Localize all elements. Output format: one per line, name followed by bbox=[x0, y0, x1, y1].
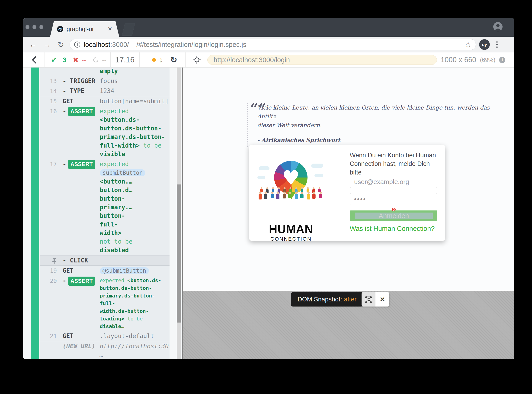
human-connection-logo: ♥ HUMAN CONNECTION bbox=[257, 159, 325, 207]
snapshot-state: after bbox=[344, 296, 356, 303]
person-icon bbox=[270, 192, 274, 198]
login-card: ♥ HUMAN CONNECTION Wenn Du ein Konto bei… bbox=[249, 145, 445, 241]
log-row-message: expected <button.ds- button.ds-button- p… bbox=[100, 107, 169, 158]
log-row-method: - TYPE bbox=[63, 87, 100, 95]
log-row-number: 17 bbox=[40, 160, 63, 254]
submit-button-highlight: Anmelden bbox=[355, 213, 433, 219]
log-row-method: GET bbox=[63, 332, 100, 340]
log-row[interactable]: 15GETbutton[name=submit] bbox=[40, 96, 169, 106]
snapshot-close-button[interactable]: ✕ bbox=[375, 292, 389, 306]
log-row[interactable]: 20-ASSERTexpected <button.ds- button.ds-… bbox=[40, 276, 169, 331]
viewport-scale: (69%) bbox=[480, 57, 495, 63]
forward-icon[interactable]: → bbox=[44, 37, 51, 52]
log-row-message: expected <button.ds- button.ds-button- p… bbox=[100, 277, 169, 330]
log-row-message bbox=[100, 256, 169, 265]
screenshot-canvas: cy graphql-ui ✕ ← → ↻ localhost:3000/__/… bbox=[0, 0, 532, 394]
alias-pill: submitButton bbox=[100, 169, 145, 176]
log-row[interactable]: 16-ASSERTexpected <button.ds- button.ds-… bbox=[40, 106, 169, 159]
quote-mark-icon: ““ bbox=[250, 104, 266, 113]
log-row[interactable]: 17-ASSERTexpected submitButton <button.…… bbox=[40, 159, 169, 255]
log-row-method: - CLICK bbox=[63, 256, 100, 265]
cypress-extension-icon[interactable]: cy bbox=[479, 39, 490, 50]
assert-badge: ASSERT bbox=[68, 277, 95, 286]
log-row-number bbox=[40, 256, 63, 265]
log-row-method: -ASSERT bbox=[63, 107, 100, 158]
log-row[interactable]: (NEW URL)http://localhost:30… bbox=[40, 341, 169, 359]
log-row-method: (NEW URL) bbox=[63, 342, 100, 359]
selector-playground-button[interactable] bbox=[193, 52, 201, 67]
toolbar-separator bbox=[45, 52, 45, 67]
log-row-method: GET bbox=[63, 266, 100, 275]
person-icon bbox=[264, 192, 267, 199]
command-log-panel: empty13- TRIGGERfocus14- TYPE123415GETbu… bbox=[23, 67, 182, 359]
person-icon bbox=[276, 192, 279, 199]
page-info-icon[interactable] bbox=[74, 41, 81, 48]
minimize-window-button[interactable] bbox=[32, 25, 36, 29]
cloud-icon bbox=[257, 176, 265, 179]
assert-badge: ASSERT bbox=[68, 107, 95, 116]
person-icon bbox=[288, 192, 291, 198]
log-row-number: 19 bbox=[40, 266, 63, 275]
tab-close-icon[interactable]: ✕ bbox=[107, 26, 112, 32]
bookmark-star-icon[interactable]: ☆ bbox=[465, 40, 471, 49]
browser-chrome-bar: cy graphql-ui ✕ bbox=[23, 18, 514, 37]
submit-button[interactable]: Anmelden bbox=[350, 210, 437, 221]
log-row[interactable]: 14- TYPE1234 bbox=[40, 86, 169, 96]
brand-name-top: HUMAN bbox=[257, 223, 325, 236]
autoscroll-indicator-icon[interactable] bbox=[152, 52, 156, 67]
log-scrollbar-track[interactable] bbox=[177, 67, 181, 359]
alias-pill: @submitButton bbox=[100, 267, 149, 274]
failed-x-icon: ✖ bbox=[73, 52, 79, 67]
address-bar[interactable]: localhost:3000/__/#/tests/integration/lo… bbox=[70, 39, 476, 50]
log-row-message: @submitButton bbox=[100, 266, 169, 275]
log-row-message: expected submitButton <button.… button.d… bbox=[100, 160, 169, 254]
log-row[interactable]: 19GET@submitButton bbox=[40, 266, 169, 276]
new-tab-button[interactable] bbox=[122, 23, 135, 36]
log-row-method: GET bbox=[63, 97, 100, 106]
brand-name-bottom: CONNECTION bbox=[257, 236, 325, 242]
crosshair-icon bbox=[193, 56, 201, 64]
log-row-number: 16 bbox=[40, 107, 63, 158]
log-row-message: http://localhost:30… bbox=[100, 342, 169, 359]
app-url-field[interactable]: http://localhost:3000/login bbox=[207, 55, 437, 65]
log-row-number: 20 bbox=[40, 277, 63, 330]
log-row-number: 15 bbox=[40, 97, 63, 106]
restart-tests-icon[interactable]: ↻ bbox=[170, 52, 177, 67]
browser-tab[interactable]: cy graphql-ui ✕ bbox=[50, 21, 119, 37]
pin-icon bbox=[52, 258, 57, 264]
traffic-lights[interactable] bbox=[26, 25, 43, 29]
snapshot-highlight-toggle-button[interactable] bbox=[362, 292, 375, 306]
viewport-size: 1000 x 660 bbox=[441, 56, 476, 64]
what-is-link[interactable]: Was ist Human Connection? bbox=[350, 225, 435, 233]
log-scrollbar-thumb[interactable] bbox=[177, 184, 181, 322]
dom-snapshot-label: DOM Snapshot: after bbox=[291, 292, 363, 306]
command-log-rows: empty13- TRIGGERfocus14- TYPE123415GETbu… bbox=[40, 67, 169, 359]
log-row[interactable]: empty bbox=[40, 67, 169, 76]
pending-count: -- bbox=[102, 52, 107, 67]
person-icon bbox=[300, 192, 303, 198]
back-icon[interactable]: ← bbox=[29, 37, 37, 52]
zoom-window-button[interactable] bbox=[39, 25, 43, 29]
scroll-toggle-icon[interactable]: ↕ bbox=[159, 52, 163, 67]
snapshot-label-text: DOM Snapshot: bbox=[297, 296, 342, 303]
viewport-info-icon[interactable]: i bbox=[499, 57, 505, 63]
log-row[interactable]: 21GET.layout-default bbox=[40, 331, 169, 341]
browser-menu-icon[interactable] bbox=[496, 40, 498, 49]
close-window-button[interactable] bbox=[26, 25, 30, 29]
email-field[interactable] bbox=[350, 176, 437, 188]
password-field[interactable] bbox=[350, 193, 437, 205]
person-icon bbox=[306, 187, 309, 192]
person-icon bbox=[295, 192, 298, 199]
quote-attribution: - Afrikanisches Sprichwort bbox=[257, 137, 502, 143]
browser-reload-icon[interactable]: ↻ bbox=[57, 37, 64, 52]
log-row-message: 1234 bbox=[100, 87, 169, 95]
cloud-icon bbox=[259, 166, 270, 170]
toolbar-separator bbox=[185, 52, 185, 67]
profile-avatar[interactable] bbox=[493, 22, 503, 31]
log-row-number: 13 bbox=[40, 77, 63, 85]
test-pass-indicator bbox=[31, 67, 39, 359]
log-row[interactable]: 13- TRIGGERfocus bbox=[40, 76, 169, 86]
person-icon bbox=[282, 192, 286, 199]
log-row-pinned[interactable]: - CLICK bbox=[40, 255, 169, 266]
collapse-reporter-button[interactable] bbox=[31, 52, 37, 67]
